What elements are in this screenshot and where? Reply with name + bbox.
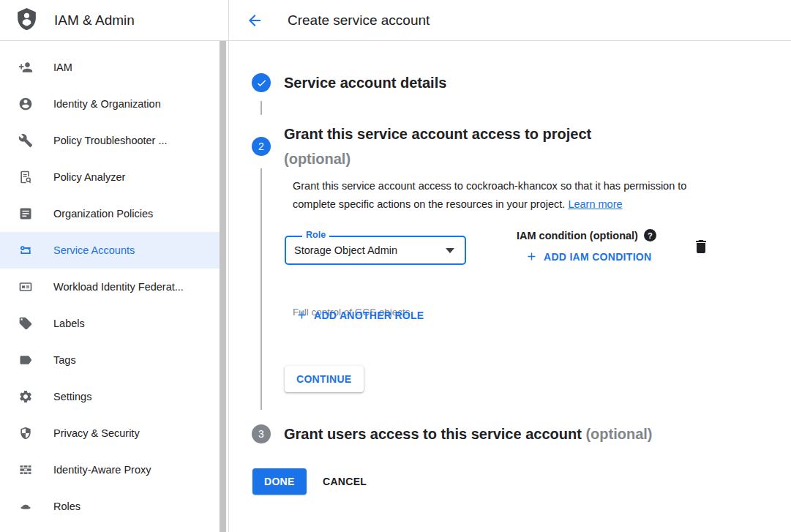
app-title: IAM & Admin	[54, 12, 135, 29]
sidebar-item-label: Policy Analyzer	[53, 171, 125, 183]
role-select[interactable]: Storage Object Admin	[285, 236, 466, 265]
sidebar-item-policy-analyzer[interactable]: Policy Analyzer	[0, 159, 220, 195]
continue-button[interactable]: CONTINUE	[285, 366, 364, 392]
roles-hat-icon	[18, 499, 33, 514]
sidebar-item-label: Privacy & Security	[53, 427, 140, 439]
sidebar-item-privacy-security[interactable]: Privacy & Security	[0, 415, 220, 452]
sidebar-item-label: Service Accounts	[53, 244, 135, 256]
proxy-icon	[18, 462, 33, 477]
step-2-optional-label: (optional)	[284, 151, 350, 167]
person-add-icon	[18, 60, 33, 75]
step-1-service-account-details: Service account details	[252, 73, 446, 92]
role-field-label: Role	[302, 230, 329, 240]
step-3-number-badge: 3	[252, 424, 271, 443]
step-1-title: Service account details	[284, 75, 446, 91]
identity-icon	[18, 97, 33, 111]
sidebar-item-label: Tags	[53, 354, 76, 366]
step-connector	[260, 101, 262, 115]
sidebar-item-label: Settings	[53, 391, 91, 402]
step-2-title: Grant this service account access to pro…	[284, 121, 591, 171]
sidebar-item-label: Roles	[53, 501, 80, 512]
card-icon	[18, 280, 33, 294]
add-iam-condition-label: ADD IAM CONDITION	[544, 251, 651, 263]
iam-condition-label-text: IAM condition (optional)	[517, 230, 638, 241]
step-2-number-badge: 2	[252, 137, 271, 156]
shield-icon	[18, 426, 33, 441]
label-icon	[18, 316, 33, 331]
step-1-complete-check-icon	[252, 73, 271, 92]
step-2-title-text: Grant this service account access to pro…	[284, 126, 591, 142]
sidebar-item-policy-troubleshooter[interactable]: Policy Troubleshooter ...	[0, 122, 220, 159]
step-3-title-text: Grant users access to this service accou…	[284, 426, 582, 442]
step-3-title: Grant users access to this service accou…	[284, 426, 653, 443]
sidebar-item-identity-organization[interactable]: Identity & Organization	[0, 86, 220, 122]
page-header: Create service account	[229, 0, 791, 40]
plus-icon	[296, 309, 308, 321]
chevron-down-icon	[446, 248, 454, 253]
sidebar-item-label: Policy Troubleshooter ...	[53, 135, 168, 146]
sidebar-item-workload-identity-federation[interactable]: Workload Identity Federat...	[0, 269, 220, 305]
sidebar-item-labels[interactable]: Labels	[0, 305, 220, 342]
wrench-icon	[18, 133, 33, 148]
done-button[interactable]: DONE	[252, 468, 307, 495]
step-2-description: Grant this service account access to coc…	[293, 177, 721, 214]
product-header: IAM & Admin	[0, 0, 229, 40]
sidebar-item-label: Identity-Aware Proxy	[53, 464, 151, 476]
step-connector	[260, 168, 262, 410]
document-icon	[18, 206, 33, 221]
page-title: Create service account	[288, 12, 430, 29]
sidebar-item-tags[interactable]: Tags	[0, 342, 220, 378]
sidebar-item-label: Organization Policies	[53, 208, 153, 220]
sidebar-scrollbar-thumb[interactable]	[220, 41, 226, 532]
service-account-key-icon	[18, 243, 33, 258]
tag-icon	[18, 353, 33, 367]
sidebar-item-roles[interactable]: Roles	[0, 488, 220, 525]
sidebar-item-identity-aware-proxy[interactable]: Identity-Aware Proxy	[0, 452, 220, 488]
sidebar-item-settings[interactable]: Settings	[0, 378, 220, 415]
step-3-optional-label: (optional)	[585, 426, 652, 442]
learn-more-link[interactable]: Learn more	[568, 198, 622, 210]
iam-condition-label: IAM condition (optional) ?	[517, 229, 656, 241]
help-icon[interactable]: ?	[644, 229, 656, 241]
step-3-grant-users-access: 3 Grant users access to this service acc…	[252, 424, 653, 443]
gear-icon	[18, 389, 33, 404]
add-another-role-button[interactable]: ADD ANOTHER ROLE	[296, 309, 424, 321]
add-iam-condition-button[interactable]: ADD IAM CONDITION	[525, 250, 651, 263]
top-bar: IAM & Admin Create service account	[0, 0, 791, 41]
sidebar-item-iam[interactable]: IAM	[0, 49, 220, 86]
wizard-content: Service account details 2 Grant this ser…	[229, 41, 791, 532]
create-service-account-page: IAM & Admin Create service account IAM I…	[0, 0, 791, 532]
policy-analyzer-icon	[18, 170, 33, 184]
sidebar-item-organization-policies[interactable]: Organization Policies	[0, 195, 220, 232]
sidebar-item-label: Workload Identity Federat...	[53, 281, 184, 293]
sidebar-scrollbar[interactable]	[220, 41, 226, 532]
cancel-button[interactable]: CANCEL	[311, 468, 378, 495]
add-another-role-label: ADD ANOTHER ROLE	[314, 310, 424, 321]
role-select-value: Storage Object Admin	[294, 244, 446, 256]
step-2-description-text: Grant this service account access to coc…	[293, 180, 686, 210]
sidebar: IAM Identity & Organization Policy Troub…	[0, 41, 229, 532]
back-arrow-icon[interactable]	[246, 12, 263, 29]
sidebar-item-label: Labels	[53, 318, 85, 329]
sidebar-item-service-accounts[interactable]: Service Accounts	[0, 232, 220, 269]
plus-icon	[525, 250, 538, 263]
sidebar-item-label: Identity & Organization	[53, 98, 161, 110]
iam-admin-shield-icon	[15, 6, 39, 35]
sidebar-item-label: IAM	[53, 61, 72, 73]
delete-role-trash-icon[interactable]	[692, 238, 710, 255]
